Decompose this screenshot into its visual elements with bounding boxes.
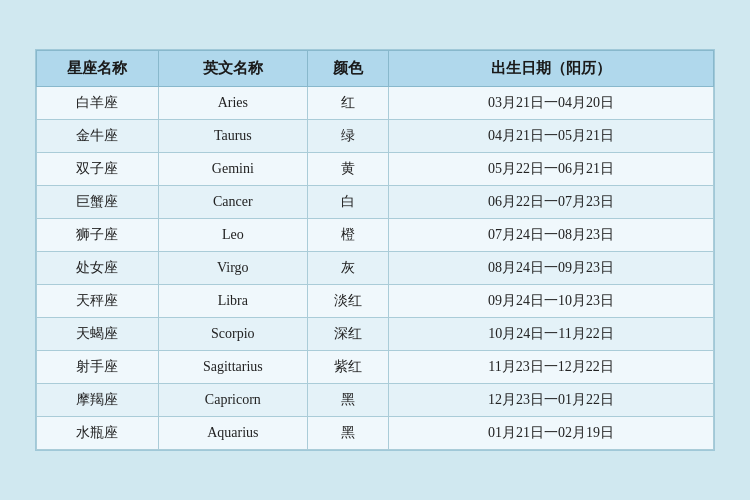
cell-english: Scorpio	[158, 318, 307, 351]
cell-chinese: 白羊座	[37, 87, 159, 120]
header-chinese: 星座名称	[37, 51, 159, 87]
cell-date: 01月21日一02月19日	[389, 417, 714, 450]
cell-chinese: 狮子座	[37, 219, 159, 252]
table-row: 天蝎座Scorpio深红10月24日一11月22日	[37, 318, 714, 351]
cell-english: Cancer	[158, 186, 307, 219]
table-row: 摩羯座Capricorn黑12月23日一01月22日	[37, 384, 714, 417]
cell-english: Libra	[158, 285, 307, 318]
cell-date: 08月24日一09月23日	[389, 252, 714, 285]
cell-color: 橙	[307, 219, 388, 252]
cell-english: Sagittarius	[158, 351, 307, 384]
table-row: 天秤座Libra淡红09月24日一10月23日	[37, 285, 714, 318]
cell-chinese: 射手座	[37, 351, 159, 384]
table-row: 巨蟹座Cancer白06月22日一07月23日	[37, 186, 714, 219]
cell-chinese: 巨蟹座	[37, 186, 159, 219]
cell-color: 绿	[307, 120, 388, 153]
cell-chinese: 天蝎座	[37, 318, 159, 351]
cell-color: 紫红	[307, 351, 388, 384]
cell-color: 黑	[307, 384, 388, 417]
table-row: 水瓶座Aquarius黑01月21日一02月19日	[37, 417, 714, 450]
cell-date: 07月24日一08月23日	[389, 219, 714, 252]
cell-chinese: 金牛座	[37, 120, 159, 153]
table-row: 处女座Virgo灰08月24日一09月23日	[37, 252, 714, 285]
cell-color: 红	[307, 87, 388, 120]
cell-date: 05月22日一06月21日	[389, 153, 714, 186]
cell-chinese: 双子座	[37, 153, 159, 186]
cell-color: 淡红	[307, 285, 388, 318]
cell-date: 10月24日一11月22日	[389, 318, 714, 351]
cell-date: 06月22日一07月23日	[389, 186, 714, 219]
cell-english: Taurus	[158, 120, 307, 153]
cell-chinese: 处女座	[37, 252, 159, 285]
table-row: 双子座Gemini黄05月22日一06月21日	[37, 153, 714, 186]
cell-english: Aries	[158, 87, 307, 120]
cell-date: 04月21日一05月21日	[389, 120, 714, 153]
cell-english: Capricorn	[158, 384, 307, 417]
cell-color: 黄	[307, 153, 388, 186]
cell-english: Aquarius	[158, 417, 307, 450]
cell-color: 深红	[307, 318, 388, 351]
zodiac-table: 星座名称 英文名称 颜色 出生日期（阳历） 白羊座Aries红03月21日一04…	[36, 50, 714, 450]
cell-english: Leo	[158, 219, 307, 252]
table-row: 狮子座Leo橙07月24日一08月23日	[37, 219, 714, 252]
cell-date: 11月23日一12月22日	[389, 351, 714, 384]
cell-color: 灰	[307, 252, 388, 285]
header-date: 出生日期（阳历）	[389, 51, 714, 87]
table-row: 金牛座Taurus绿04月21日一05月21日	[37, 120, 714, 153]
table-header-row: 星座名称 英文名称 颜色 出生日期（阳历）	[37, 51, 714, 87]
cell-date: 03月21日一04月20日	[389, 87, 714, 120]
cell-color: 白	[307, 186, 388, 219]
cell-date: 12月23日一01月22日	[389, 384, 714, 417]
table-body: 白羊座Aries红03月21日一04月20日金牛座Taurus绿04月21日一0…	[37, 87, 714, 450]
table-row: 射手座Sagittarius紫红11月23日一12月22日	[37, 351, 714, 384]
cell-chinese: 天秤座	[37, 285, 159, 318]
cell-chinese: 水瓶座	[37, 417, 159, 450]
header-color: 颜色	[307, 51, 388, 87]
cell-chinese: 摩羯座	[37, 384, 159, 417]
cell-date: 09月24日一10月23日	[389, 285, 714, 318]
header-english: 英文名称	[158, 51, 307, 87]
cell-english: Gemini	[158, 153, 307, 186]
table-row: 白羊座Aries红03月21日一04月20日	[37, 87, 714, 120]
zodiac-table-container: 星座名称 英文名称 颜色 出生日期（阳历） 白羊座Aries红03月21日一04…	[35, 49, 715, 451]
cell-color: 黑	[307, 417, 388, 450]
cell-english: Virgo	[158, 252, 307, 285]
